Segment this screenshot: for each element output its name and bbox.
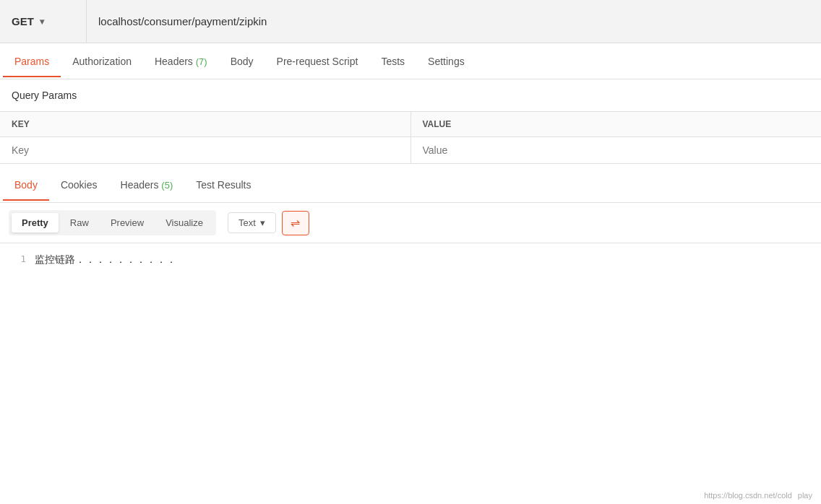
- method-label: GET: [12, 15, 34, 27]
- footer-url: https://blog.csdn.net/cold: [704, 491, 792, 500]
- tab-test-results[interactable]: Test Results: [184, 169, 262, 201]
- table-row: [0, 137, 821, 164]
- text-format-label: Text: [238, 217, 256, 228]
- response-text: 监控链路．．．．．．．．．．: [35, 253, 176, 266]
- chevron-down-icon: ▾: [40, 17, 44, 27]
- format-bar: Pretty Raw Preview Visualize Text ▾ ⇌: [0, 203, 821, 243]
- value-input[interactable]: [423, 144, 810, 156]
- raw-button[interactable]: Raw: [60, 213, 99, 233]
- visualize-button[interactable]: Visualize: [155, 213, 213, 233]
- response-content: 1 监控链路．．．．．．．．．．: [0, 243, 821, 277]
- tab-pre-request-script[interactable]: Pre-request Script: [265, 45, 370, 77]
- key-column-header: KEY: [0, 112, 410, 137]
- tab-response-cookies[interactable]: Cookies: [49, 169, 109, 201]
- wrap-icon: ⇌: [291, 216, 300, 230]
- preview-button[interactable]: Preview: [100, 213, 154, 233]
- tab-body[interactable]: Body: [219, 45, 265, 77]
- value-cell: [410, 137, 821, 164]
- footer-action: play: [798, 491, 812, 500]
- format-options: Pretty Raw Preview Visualize: [9, 210, 216, 235]
- tab-authorization[interactable]: Authorization: [61, 45, 143, 77]
- url-bar: GET ▾: [0, 0, 821, 43]
- params-table: KEY VALUE: [0, 111, 821, 164]
- tab-response-headers[interactable]: Headers (5): [109, 169, 185, 201]
- tab-response-body[interactable]: Body: [3, 169, 49, 201]
- tab-settings[interactable]: Settings: [416, 45, 476, 77]
- key-cell: [0, 137, 410, 164]
- query-params-header: Query Params: [0, 79, 821, 111]
- chevron-down-icon: ▾: [260, 217, 265, 228]
- text-format-dropdown[interactable]: Text ▾: [228, 212, 276, 233]
- method-selector[interactable]: GET ▾: [0, 0, 87, 43]
- value-column-header: VALUE: [410, 112, 821, 137]
- request-tabs: Params Authorization Headers (7) Body Pr…: [0, 43, 821, 79]
- line-number: 1: [12, 253, 26, 266]
- key-input[interactable]: [12, 144, 399, 156]
- footer: https://blog.csdn.net/cold play: [695, 487, 821, 504]
- pretty-button[interactable]: Pretty: [12, 213, 59, 233]
- tab-tests[interactable]: Tests: [369, 45, 416, 77]
- response-tabs: Body Cookies Headers (5) Test Results: [0, 167, 821, 203]
- tab-headers[interactable]: Headers (7): [143, 45, 219, 77]
- url-input[interactable]: [87, 15, 821, 27]
- tab-params[interactable]: Params: [3, 45, 61, 77]
- wrap-button[interactable]: ⇌: [282, 211, 309, 235]
